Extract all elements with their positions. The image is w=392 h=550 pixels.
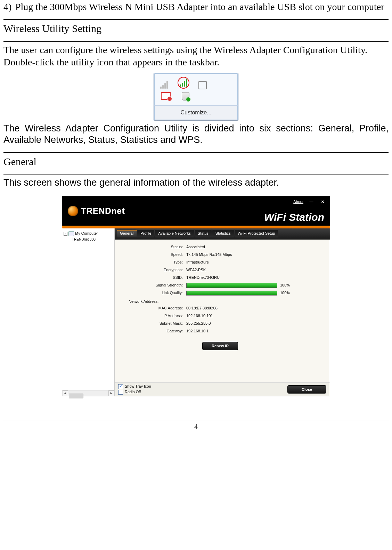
window-controls: About — ✕ (293, 199, 326, 205)
tab-bar: General Profile Available Networks Statu… (115, 228, 330, 240)
signal-strength-bar (186, 283, 277, 288)
tab-wps[interactable]: Wi-Fi Protected Setup (235, 230, 278, 237)
tab-status[interactable]: Status (195, 230, 212, 237)
paragraph: This screen shows the general informatio… (3, 177, 389, 189)
field-gateway: Gateway:192.168.10.1 (118, 329, 322, 334)
close-window-button[interactable]: ✕ (319, 199, 326, 205)
tree-child[interactable]: TRENDnet 300 (64, 237, 113, 243)
checkbox-label: Radio Off (125, 390, 141, 395)
scroll-thumb[interactable] (69, 394, 83, 398)
field-link-quality: Link Quality: 100% (118, 290, 322, 296)
scroll-right-arrow[interactable]: ► (108, 390, 114, 396)
link-quality-bar (186, 291, 277, 296)
signal-bars-icon[interactable] (160, 81, 169, 89)
field-ssid: SSID:TRENDnet734GRU (118, 275, 322, 281)
titlebar: TRENDNET WiFi Station About — ✕ (62, 196, 330, 226)
checkbox-label: Show Tray Icon (125, 384, 151, 389)
tab-available-networks[interactable]: Available Networks (155, 230, 194, 237)
horizontal-scrollbar[interactable]: ◄ ► (62, 390, 114, 396)
device-ok-icon[interactable] (182, 92, 190, 100)
renew-ip-button[interactable]: Renew IP (202, 342, 238, 350)
app-footer: ✓ Show Tray Icon Radio Off Close (115, 382, 330, 396)
checkbox-icon (118, 390, 123, 395)
field-type: Type:Infrastructure (118, 260, 322, 265)
tray-popup-figure: Customize... (3, 73, 389, 121)
tree-root-label: My Computer (75, 231, 98, 236)
radio-off-checkbox[interactable]: Radio Off (118, 390, 151, 395)
step-text: Plug the 300Mbps Wireless N Mini USB Ada… (15, 1, 389, 13)
divider (3, 19, 389, 20)
tree-root[interactable]: − My Computer (64, 230, 113, 237)
close-button[interactable]: Close (287, 385, 326, 394)
field-encryption: Encryption:WPA2-PSK (118, 267, 322, 273)
page-number: 4 (3, 421, 389, 431)
tree-collapse-icon[interactable]: − (64, 232, 67, 236)
action-center-flag-icon[interactable] (161, 92, 169, 100)
field-status: Status:Associated (118, 244, 322, 250)
show-tray-icon-checkbox[interactable]: ✓ Show Tray Icon (118, 384, 151, 389)
general-content: Status:Associated Speed:Tx:145 Mbps Rx:1… (115, 240, 330, 382)
brand-logo: TRENDNET (62, 206, 125, 216)
divider (3, 175, 389, 175)
accent-bar (62, 226, 330, 228)
signal-strength-fill (187, 283, 277, 288)
minimize-button[interactable]: — (308, 199, 315, 205)
main-panel: General Profile Available Networks Statu… (115, 228, 330, 396)
scroll-left-arrow[interactable]: ◄ (62, 390, 68, 396)
network-address-label: Network Address: (118, 298, 322, 306)
customize-link[interactable]: Customize... (154, 105, 238, 120)
brand-orb-icon (68, 206, 78, 216)
wifi-station-window: TRENDNET WiFi Station About — ✕ − My Com… (62, 196, 330, 396)
field-subnet: Subnet Mask:255.255.255.0 (118, 321, 322, 326)
checkbox-icon: ✓ (118, 384, 123, 389)
paragraph: The Wireless Adapter Configuration Utili… (3, 123, 389, 146)
about-link[interactable]: About (293, 200, 303, 204)
tab-statistics[interactable]: Statistics (212, 230, 234, 237)
divider (3, 41, 389, 42)
brand-text: TRENDNET (81, 206, 125, 216)
wifi-station-figure: TRENDNET WiFi Station About — ✕ − My Com… (3, 196, 389, 396)
step-number: 4) (3, 1, 15, 13)
computer-icon (68, 231, 74, 236)
device-tree-sidebar: − My Computer TRENDnet 300 ◄ ► (62, 228, 115, 396)
link-quality-fill (187, 291, 277, 295)
field-mac: MAC Address:00:18:E7:88:00:08 (118, 306, 322, 311)
section-heading-wireless-utility: Wireless Utility Setting (3, 22, 389, 35)
section-heading-general: General (3, 155, 389, 168)
signal-strength-value: 100% (280, 283, 290, 288)
tab-general[interactable]: General (117, 230, 137, 237)
tray-icon-grid (154, 73, 238, 105)
field-speed: Speed:Tx:145 Mbps Rx:145 Mbps (118, 252, 322, 258)
highlighted-utility-icon[interactable] (178, 77, 189, 89)
step-4: 4) Plug the 300Mbps Wireless N Mini USB … (3, 1, 389, 13)
field-signal-strength: Signal Strength: 100% (118, 283, 322, 288)
paragraph: The user can configure the wireless sett… (3, 44, 389, 68)
tree-child-label: TRENDnet 300 (72, 237, 96, 242)
window-title: WiFi Station (264, 211, 324, 224)
device-tree: − My Computer TRENDnet 300 (62, 228, 114, 245)
power-plug-icon[interactable] (198, 81, 207, 89)
field-ip: IP Address:192.168.10.101 (118, 313, 322, 319)
divider (3, 152, 389, 153)
tab-profile[interactable]: Profile (137, 230, 154, 237)
app-body: − My Computer TRENDnet 300 ◄ ► General (62, 228, 330, 396)
tray-popup: Customize... (154, 73, 238, 121)
link-quality-value: 100% (280, 291, 290, 296)
